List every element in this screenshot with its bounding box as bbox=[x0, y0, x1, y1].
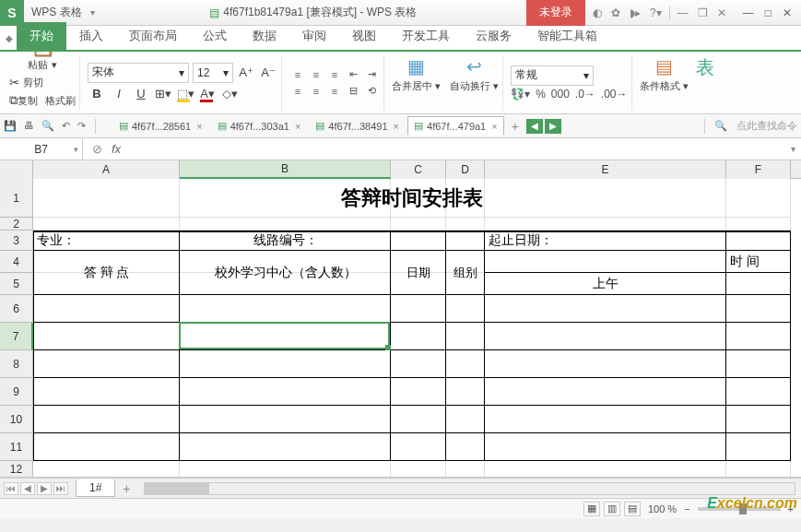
indent-left-button[interactable]: ⇤ bbox=[345, 67, 361, 82]
row-header-11[interactable]: 11 bbox=[0, 433, 33, 461]
sheet-first-icon[interactable]: ⏮ bbox=[4, 482, 18, 495]
tab-nav-right[interactable]: ▶ bbox=[545, 119, 561, 134]
sheet-next-icon[interactable]: ▶ bbox=[37, 482, 52, 495]
indent-right-button[interactable]: ⇥ bbox=[363, 67, 380, 82]
underline-button[interactable]: U bbox=[132, 85, 150, 103]
align-right-button[interactable]: ≡ bbox=[326, 84, 343, 99]
sheet-tab[interactable]: 1# bbox=[76, 479, 115, 497]
fx-icon[interactable]: fx bbox=[112, 142, 121, 156]
copy-button[interactable]: ⧉复制 bbox=[9, 93, 38, 108]
row-header-1[interactable]: 1 bbox=[0, 179, 33, 218]
align-bottom-button[interactable]: ≡ bbox=[326, 67, 343, 82]
search-hint[interactable]: 点此查找命令 bbox=[736, 119, 797, 133]
clear-format-button[interactable]: ◇▾ bbox=[220, 85, 239, 103]
currency-button[interactable]: 💱▾ bbox=[511, 88, 530, 100]
page-view-icon[interactable]: ▥ bbox=[604, 502, 620, 516]
tab-start[interactable]: 开始 bbox=[17, 22, 66, 50]
row-header-7[interactable]: 7 bbox=[0, 323, 33, 350]
merge-button[interactable]: ⊟ bbox=[345, 84, 361, 99]
cancel-formula-icon[interactable]: ⊘ bbox=[92, 142, 102, 156]
sheet-prev-icon[interactable]: ◀ bbox=[20, 482, 35, 495]
fill-color-button[interactable]: ⬚▾ bbox=[176, 85, 194, 103]
font-size-select[interactable]: 12▾ bbox=[193, 63, 233, 83]
tab-insert[interactable]: 插入 bbox=[66, 22, 116, 50]
number-format-select[interactable]: 常规▾ bbox=[511, 65, 594, 86]
undo-icon[interactable]: ↶ bbox=[62, 120, 70, 132]
maximize-icon[interactable]: □ bbox=[765, 6, 772, 19]
tab-review[interactable]: 审阅 bbox=[289, 22, 339, 50]
tab-view[interactable]: 视图 bbox=[339, 22, 389, 50]
tab-layout[interactable]: 页面布局 bbox=[116, 22, 190, 50]
break-view-icon[interactable]: ▤ bbox=[624, 502, 641, 516]
search-icon[interactable]: 🔍 bbox=[714, 120, 727, 132]
comma-button[interactable]: 000 bbox=[551, 88, 570, 100]
expand-formula-icon[interactable]: ▾ bbox=[785, 144, 801, 154]
print-icon[interactable]: 🖶 bbox=[24, 120, 34, 132]
normal-view-icon[interactable]: ▦ bbox=[583, 502, 600, 516]
col-header-F[interactable]: F bbox=[726, 160, 791, 179]
col-header-D[interactable]: D bbox=[446, 160, 485, 179]
increase-font-button[interactable]: A⁺ bbox=[237, 64, 255, 82]
close-tab-icon[interactable]: × bbox=[295, 121, 300, 132]
row-header-5[interactable]: 5 bbox=[0, 273, 33, 295]
select-all-corner[interactable] bbox=[0, 160, 33, 179]
row-header-4[interactable]: 4 bbox=[0, 251, 33, 273]
doc-tab-3[interactable]: ▤4f67f...38491× bbox=[309, 116, 406, 136]
bold-button[interactable]: B bbox=[88, 85, 106, 103]
skin-icon[interactable]: ◗▸ bbox=[630, 6, 641, 19]
cut-button[interactable]: ✂剪切 bbox=[9, 76, 76, 89]
sheet-last-icon[interactable]: ⏭ bbox=[53, 482, 68, 495]
cond-format-button[interactable]: ▤条件格式 ▾ bbox=[640, 55, 689, 111]
sync-icon[interactable]: ◐ bbox=[593, 6, 602, 19]
row-header-2[interactable]: 2 bbox=[0, 218, 33, 231]
zoom-value[interactable]: 100 % bbox=[648, 503, 677, 514]
row-header-12[interactable]: 12 bbox=[0, 461, 33, 478]
increase-decimal-button[interactable]: .0→ bbox=[575, 88, 595, 100]
row-header-6[interactable]: 6 bbox=[0, 295, 33, 323]
tab-cloud[interactable]: 云服务 bbox=[463, 22, 524, 50]
tab-dev[interactable]: 开发工具 bbox=[389, 22, 463, 50]
align-left-button[interactable]: ≡ bbox=[289, 84, 306, 99]
col-header-B[interactable]: B bbox=[180, 160, 391, 179]
help-icon[interactable]: ?▾ bbox=[650, 6, 662, 19]
close-tab-icon[interactable]: × bbox=[394, 121, 399, 132]
redo-icon[interactable]: ↷ bbox=[77, 120, 86, 132]
add-tab-button[interactable]: + bbox=[506, 119, 524, 134]
font-name-select[interactable]: 宋体▾ bbox=[88, 63, 189, 83]
percent-button[interactable]: % bbox=[536, 88, 546, 100]
col-header-C[interactable]: C bbox=[391, 160, 446, 179]
file-menu-icon[interactable]: ◆ bbox=[6, 33, 15, 42]
doc-tab-1[interactable]: ▤4f67f...28561× bbox=[112, 116, 209, 136]
zoom-out-icon[interactable]: − bbox=[684, 503, 689, 514]
decrease-font-button[interactable]: A⁻ bbox=[259, 64, 277, 82]
table-style-button[interactable]: 表 bbox=[696, 55, 714, 111]
row-header-8[interactable]: 8 bbox=[0, 350, 33, 378]
inner-restore-icon[interactable]: ❐ bbox=[698, 6, 708, 19]
formula-input[interactable] bbox=[130, 138, 785, 160]
inner-close-icon[interactable]: ✕ bbox=[717, 6, 726, 19]
orientation-button[interactable]: ⟲ bbox=[363, 84, 380, 99]
app-menu-dropdown[interactable]: ▾ bbox=[90, 7, 100, 18]
tab-tools[interactable]: 智能工具箱 bbox=[524, 22, 610, 50]
col-header-E[interactable]: E bbox=[485, 160, 726, 179]
doc-tab-4[interactable]: ▤4f67f...479a1× bbox=[407, 116, 504, 136]
tab-nav-left[interactable]: ◀ bbox=[526, 119, 543, 134]
border-button[interactable]: ⊞▾ bbox=[154, 85, 172, 103]
close-tab-icon[interactable]: × bbox=[491, 121, 497, 132]
align-middle-button[interactable]: ≡ bbox=[308, 67, 324, 82]
settings-icon[interactable]: ✿ bbox=[611, 6, 620, 19]
close-tab-icon[interactable]: × bbox=[196, 121, 202, 132]
minimize-icon[interactable]: — bbox=[743, 6, 754, 19]
paste-button[interactable]: 📋 粘贴 ▾ bbox=[28, 52, 56, 72]
wrap-text-button[interactable]: ↩自动换行 ▾ bbox=[450, 55, 499, 111]
italic-button[interactable]: I bbox=[110, 85, 128, 103]
merge-center-button[interactable]: ▦合并居中 ▾ bbox=[392, 55, 441, 111]
tab-data[interactable]: 数据 bbox=[240, 22, 289, 50]
row-header-3[interactable]: 3 bbox=[0, 231, 33, 251]
align-top-button[interactable]: ≡ bbox=[289, 67, 306, 82]
tab-formula[interactable]: 公式 bbox=[190, 22, 240, 50]
row-header-10[interactable]: 10 bbox=[0, 406, 33, 433]
font-color-button[interactable]: A▾ bbox=[198, 85, 217, 103]
spreadsheet-grid[interactable]: ABCDEF 123456789101112 答辩时间安排表专业：线路编号：起止… bbox=[0, 160, 801, 478]
decrease-decimal-button[interactable]: .00→ bbox=[601, 88, 628, 100]
